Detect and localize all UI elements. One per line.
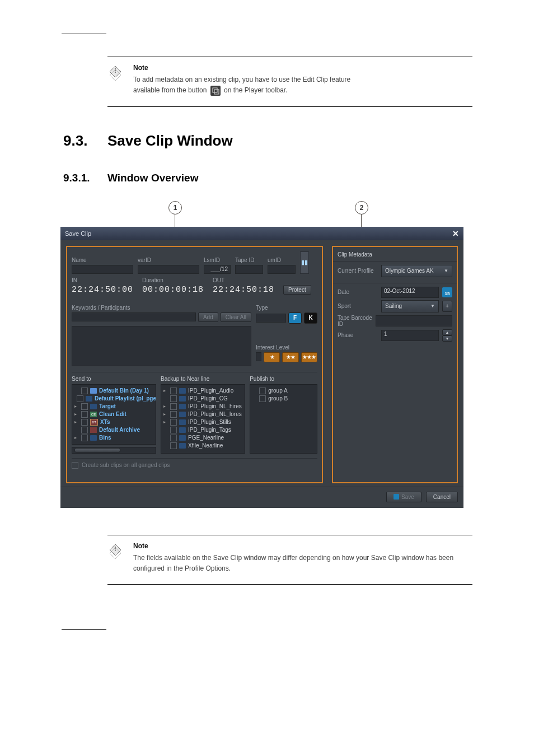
tree-item[interactable]: ▸XTXTs bbox=[74, 418, 153, 426]
type-k-button[interactable]: K bbox=[304, 312, 317, 324]
checkbox[interactable] bbox=[81, 427, 88, 433]
tapeid-input[interactable] bbox=[235, 265, 263, 274]
sport-add-button[interactable]: + bbox=[442, 301, 452, 312]
barcode-label: Tape Barcode ID bbox=[338, 315, 372, 327]
scroll-button[interactable]: ▮▮ bbox=[300, 251, 309, 274]
tree-item[interactable]: IPD_Plugin_Tags bbox=[163, 426, 242, 434]
calendar-icon[interactable]: 15 bbox=[442, 287, 452, 297]
svg-text:!: ! bbox=[114, 546, 116, 552]
sport-dropdown[interactable]: Sailing ▼ bbox=[381, 300, 439, 312]
checkbox[interactable] bbox=[170, 403, 177, 410]
tree-item[interactable]: ▸IPD_Plugin_NL_hires bbox=[163, 403, 242, 410]
checkbox[interactable] bbox=[77, 395, 83, 402]
folder-dk-icon bbox=[179, 404, 186, 409]
star-1-button[interactable]: ★ bbox=[264, 352, 280, 362]
svg-text:!: ! bbox=[114, 68, 116, 74]
tree-item[interactable]: ▸IPD_Plugin_Audio bbox=[163, 387, 242, 395]
save-button[interactable]: Save bbox=[386, 492, 421, 502]
note-icon: ! bbox=[107, 543, 123, 561]
tree-item[interactable]: Default Archive bbox=[74, 426, 153, 434]
checkbox[interactable] bbox=[170, 442, 177, 449]
tree-item[interactable]: ▸CEClean Edit bbox=[74, 410, 153, 418]
phase-label: Phase bbox=[338, 332, 378, 338]
svg-rect-2 bbox=[214, 90, 219, 94]
tree-item-label: Clean Edit bbox=[99, 411, 127, 417]
tree-item[interactable]: ▸Bins bbox=[74, 434, 153, 442]
tree-item[interactable]: Default Playlist (pl_pge_110 bbox=[74, 395, 153, 403]
name-input[interactable] bbox=[72, 265, 133, 274]
barcode-input[interactable] bbox=[376, 315, 452, 326]
phase-up-button[interactable]: ▲ bbox=[442, 329, 452, 335]
umid-input[interactable] bbox=[268, 265, 296, 274]
tree-item-label: Default Bin (Day 1) bbox=[99, 388, 149, 394]
checkbox[interactable] bbox=[170, 388, 177, 394]
checkbox[interactable] bbox=[81, 435, 88, 441]
save-clip-window: Save Clip ✕ Name bbox=[60, 227, 463, 508]
checkbox[interactable] bbox=[81, 419, 88, 426]
tree-item[interactable]: ▸Target bbox=[74, 403, 153, 410]
clip-metadata-header: Clip Metadata bbox=[338, 251, 452, 258]
out-label: OUT bbox=[213, 277, 279, 283]
date-label: Date bbox=[338, 289, 378, 295]
checkbox[interactable] bbox=[170, 435, 177, 441]
star-2-button[interactable]: ★★ bbox=[282, 352, 298, 362]
tree-item-label: IPD_Plugin_Stills bbox=[188, 419, 231, 425]
subsection-number: 9.3.1. bbox=[63, 172, 90, 184]
section-title: Save Clip Window bbox=[107, 132, 233, 149]
backup-tree[interactable]: ▸IPD_Plugin_AudioIPD_Plugin_CG▸IPD_Plugi… bbox=[161, 384, 245, 454]
keywords-label: Keywords / Participants bbox=[72, 305, 251, 311]
folder-dk-icon bbox=[179, 435, 186, 441]
type-label: Type bbox=[256, 305, 317, 311]
add-button[interactable]: Add bbox=[198, 312, 218, 322]
tree-item-label: PGE_Nearline bbox=[188, 435, 224, 441]
sendto-tree[interactable]: Default Bin (Day 1)Default Playlist (pl_… bbox=[72, 384, 156, 445]
sendto-scrollbar[interactable] bbox=[72, 447, 156, 454]
cancel-button[interactable]: Cancel bbox=[426, 492, 458, 502]
profile-dropdown[interactable]: Olympic Games AK ▼ bbox=[381, 265, 452, 277]
tree-item[interactable]: group B bbox=[252, 395, 315, 403]
type-f-button[interactable]: F bbox=[288, 312, 302, 324]
tree-item[interactable]: Default Bin (Day 1) bbox=[74, 387, 153, 395]
umid-label: umID bbox=[268, 257, 296, 263]
tree-item[interactable]: group A bbox=[252, 387, 315, 395]
star-3-button[interactable]: ★★★ bbox=[301, 352, 317, 362]
clear-all-button[interactable]: Clear All bbox=[221, 312, 251, 322]
close-icon[interactable]: ✕ bbox=[452, 229, 459, 238]
checkbox[interactable] bbox=[259, 395, 266, 402]
keywords-list[interactable] bbox=[72, 326, 251, 366]
tree-item[interactable]: ▸IPD_Plugin_Stills bbox=[163, 418, 242, 426]
checkbox[interactable] bbox=[81, 403, 88, 410]
phase-input[interactable]: 1 bbox=[381, 330, 439, 341]
phase-down-button[interactable]: ▼ bbox=[442, 335, 452, 342]
tree-item[interactable]: IPD_Plugin_CG bbox=[163, 395, 242, 403]
checkbox[interactable] bbox=[170, 411, 177, 418]
folder-dk-icon bbox=[179, 388, 186, 394]
checkbox[interactable] bbox=[170, 427, 177, 433]
archive-icon bbox=[90, 427, 97, 433]
subclips-label: Create sub clips on all ganged clips bbox=[82, 462, 170, 468]
publish-tree[interactable]: group Agroup B bbox=[250, 384, 317, 454]
tc-in: 22:24:50:00 bbox=[72, 285, 138, 295]
lsmid-input[interactable]: ___/12 bbox=[204, 265, 231, 274]
checkbox[interactable] bbox=[259, 388, 266, 394]
protect-button[interactable]: Protect bbox=[283, 285, 311, 295]
callout-1: 1 bbox=[168, 201, 182, 214]
note-2-text: The fields available on the Save Clip wi… bbox=[133, 554, 453, 572]
varid-input[interactable] bbox=[138, 265, 199, 274]
checkbox[interactable] bbox=[170, 419, 177, 426]
folder-icon bbox=[90, 388, 97, 394]
folder-dk-icon bbox=[90, 404, 97, 409]
tree-item[interactable]: Xfile_Nearline bbox=[163, 442, 242, 450]
name-label: Name bbox=[72, 257, 133, 263]
subclips-checkbox[interactable] bbox=[72, 462, 78, 469]
checkbox[interactable] bbox=[170, 395, 177, 402]
tree-item[interactable]: PGE_Nearline bbox=[163, 434, 242, 442]
header-rule bbox=[62, 34, 106, 34]
checkbox[interactable] bbox=[81, 411, 88, 418]
tree-item-label: IPD_Plugin_Audio bbox=[188, 388, 233, 394]
date-input[interactable]: 02-Oct-2012 bbox=[381, 287, 439, 298]
subsection-heading: 9.3.1. Window Overview bbox=[107, 172, 472, 184]
checkbox[interactable] bbox=[81, 388, 88, 394]
section-heading: 9.3. Save Clip Window bbox=[107, 132, 472, 150]
tree-item[interactable]: ▸IPD_Plugin_NL_lores bbox=[163, 410, 242, 418]
